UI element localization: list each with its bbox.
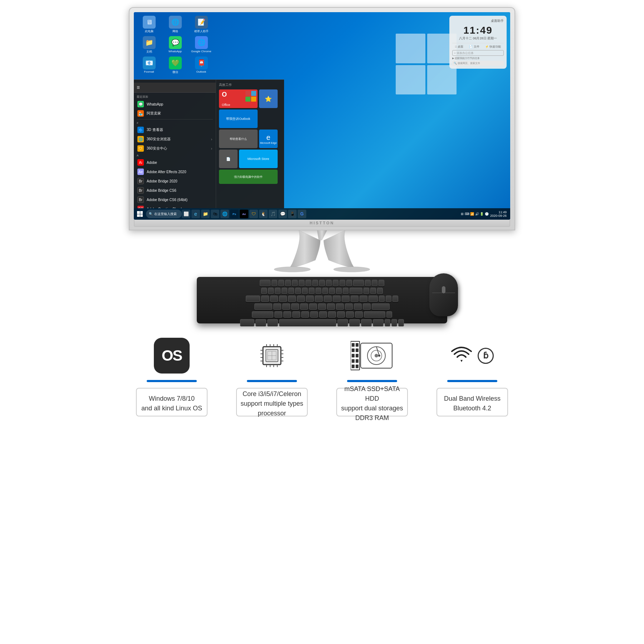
- wireless-feature-text: Dual Band Wireless Bluetooth 4.2: [444, 394, 501, 413]
- start-item-ae[interactable]: Ae Adobe After Effects 2020: [134, 167, 216, 176]
- kb-mouse-container: [143, 277, 501, 323]
- tile-store[interactable]: Microsoft Store: [239, 150, 278, 168]
- recent-title: 最近添加: [134, 94, 216, 99]
- taskbar-360[interactable]: 🛡: [249, 210, 258, 218]
- main-container: 桌面助手 11:49 八月十二 06月28日 星期一 □ 桌面 📄 文件 ⚡ 快…: [0, 0, 644, 644]
- taskbar-qq[interactable]: 🐧: [259, 210, 268, 218]
- os-feature-bar: [147, 380, 197, 382]
- taskbar-wechat-bar[interactable]: 💬: [278, 210, 287, 218]
- tile-misc[interactable]: 📄: [219, 150, 238, 168]
- cpu-feature-box: Core i3/i5/i7/Celeron support multiple t…: [236, 388, 308, 416]
- widget-panel: 桌面助手 11:49 八月十二 06月28日 星期一 □ 桌面 📄 文件 ⚡ 快…: [449, 16, 507, 69]
- taskbar-start-button[interactable]: [135, 209, 145, 219]
- storage-feature-text: mSATA SSD+SATA HDD support dual storages…: [340, 384, 404, 423]
- monitor-frame: 桌面助手 11:49 八月十二 06月28日 星期一 □ 桌面 📄 文件 ⚡ 快…: [129, 7, 515, 230]
- widget-title: 桌面助手: [452, 19, 504, 23]
- start-item-bridge2020[interactable]: Br Adobe Bridge 2020: [134, 176, 216, 186]
- start-item-360safe[interactable]: 🛡 360安全中心 ›: [134, 144, 216, 153]
- storage-feature-bar: [347, 380, 397, 382]
- taskbar-cortana[interactable]: ⬜: [182, 210, 190, 218]
- taskbar-search[interactable]: 🔍在这里输入搜索: [146, 210, 182, 218]
- taskbar-explorer[interactable]: 📁: [201, 210, 210, 218]
- svg-rect-28: [352, 343, 355, 347]
- monitor-bezel: 桌面助手 11:49 八月十二 06月28日 星期一 □ 桌面 📄 文件 ⚡ 快…: [129, 7, 515, 230]
- start-item-whatsapp[interactable]: 💬 WhatsApp: [134, 99, 216, 109]
- desktop-icon-chrome[interactable]: 🌐 Google Chrome: [190, 36, 213, 54]
- feature-wireless: ɓ Dual Band Wireless Bluetooth 4.2: [429, 334, 515, 416]
- windows-logo: [396, 34, 457, 94]
- tile-uninstaller[interactable]: 强力卸载电脑中的软件: [219, 170, 278, 184]
- tile-edge-help[interactable]: 帮助查看什么: [219, 130, 258, 148]
- wireless-feature-box: Dual Band Wireless Bluetooth 4.2: [436, 388, 508, 416]
- svg-point-1: [274, 267, 311, 272]
- tile-favorites[interactable]: ⭐: [259, 89, 278, 108]
- svg-point-41: [375, 354, 378, 357]
- start-item-360browser[interactable]: 🌐 360安全浏览器 ›: [134, 135, 216, 144]
- start-menu-right: 高效工作 O Office: [216, 80, 284, 208]
- monitor-section: 桌面助手 11:49 八月十二 06月28日 星期一 □ 桌面 📄 文件 ⚡ 快…: [125, 7, 519, 273]
- storage-icon-container: [343, 334, 401, 377]
- start-menu: ☰ 最近添加 💬 WhatsApp 🏪: [134, 79, 284, 208]
- wireless-icon: ɓ: [451, 345, 494, 366]
- tile-office-label: Office: [222, 103, 230, 107]
- widget-date: 八月十二 06月28日 星期一: [452, 36, 504, 41]
- desktop-icons: 🖥 此电脑 🌐 网络 📝 稻草人助手: [137, 16, 213, 74]
- taskbar-photoshop[interactable]: Ps: [230, 210, 239, 218]
- taskbar-whatsapp-bar[interactable]: 📱: [288, 210, 297, 218]
- tile-outlook[interactable]: 帮我告诉Outlook: [219, 109, 258, 128]
- tile-edge[interactable]: e Microsoft Edge: [259, 130, 278, 148]
- storage-icon-svg: [351, 340, 394, 372]
- tiles-title: 高效工作: [219, 83, 281, 87]
- taskbar-systray: ⊞ ⌨ 📶 🔊 🔋 🕐: [461, 212, 489, 216]
- widget-desktop-btn[interactable]: □ 桌面: [455, 45, 463, 49]
- monitor-screen: 桌面助手 11:49 八月十二 06月28日 星期一 □ 桌面 📄 文件 ⚡ 快…: [134, 12, 510, 220]
- taskbar-chrome[interactable]: 🌐: [220, 210, 229, 218]
- start-item-bridgecs6-64[interactable]: Br Adobe Bridge CS6 (64bit): [134, 195, 216, 204]
- os-icon: OS: [154, 338, 190, 374]
- cpu-feature-text: Core i3/i5/i7/Celeron support multiple t…: [240, 389, 304, 418]
- storage-feature-box: mSATA SSD+SATA HDD support dual storages…: [336, 388, 408, 416]
- desktop-icon-pc[interactable]: 🖥 此电脑: [137, 16, 161, 33]
- stand-svg: [268, 230, 376, 273]
- wireless-feature-bar: [447, 380, 497, 382]
- taskbar-google[interactable]: G: [298, 210, 306, 218]
- start-item-bridgecs6[interactable]: Br Adobe Bridge CS6: [134, 186, 216, 195]
- keyboard: [197, 277, 447, 323]
- svg-marker-0: [317, 230, 327, 240]
- widget-file-btn[interactable]: 📄 文件: [469, 45, 479, 49]
- start-item-alibaba[interactable]: 🏪 阿里卖家: [134, 109, 216, 118]
- desktop-icon-docs[interactable]: 📁 文档: [137, 36, 161, 54]
- desktop-icon-outlook[interactable]: 📮 Outlook: [190, 57, 213, 74]
- desktop-icon-network[interactable]: 🌐 网络: [164, 16, 187, 33]
- desktop-icon-whatsapp[interactable]: 💬 WhatsApp: [164, 36, 187, 54]
- widget-search-btn[interactable]: ⚡ 快速功能: [485, 45, 501, 49]
- all-apps-section: #: [134, 121, 216, 125]
- svg-rect-36: [356, 359, 358, 363]
- wireless-icon-container: ɓ: [444, 334, 501, 377]
- feature-os: OS Windows 7/8/10 and all kind Linux OS: [129, 334, 215, 416]
- taskbar-store[interactable]: 🛍: [211, 210, 219, 218]
- start-item-adobe[interactable]: Ai Adobe: [134, 158, 216, 167]
- desktop-icon-assistant[interactable]: 📝 稻草人助手: [190, 16, 213, 33]
- os-feature-text: Windows 7/8/10 and all kind Linux OS: [141, 394, 202, 413]
- monitor-stand: [125, 230, 519, 273]
- tiles-grid: O Office: [219, 89, 281, 184]
- widget-time: 11:49: [452, 25, 504, 36]
- hamburger-icon[interactable]: ☰: [137, 86, 140, 89]
- add-task-label: + 添加办公任务: [454, 51, 474, 55]
- taskbar-music[interactable]: 🎵: [269, 210, 277, 218]
- taskbar-items: ⬜ e 📁 🛍 🌐 Ps Ae 🛡 🐧 🎵 💬: [182, 210, 461, 218]
- start-item-3dviewer[interactable]: 🔷 3D 查看器: [134, 125, 216, 135]
- taskbar-ae[interactable]: Ae: [240, 210, 248, 218]
- taskbar-edge[interactable]: e: [191, 210, 200, 218]
- start-item-cc[interactable]: CC Adobe Creative Cloud: [134, 204, 216, 208]
- cpu-icon-container: [243, 334, 301, 377]
- taskbar-time: 11:49 2020-09-26: [490, 210, 507, 218]
- desktop: 桌面助手 11:49 八月十二 06月28日 星期一 □ 桌面 📄 文件 ⚡ 快…: [134, 12, 510, 220]
- svg-rect-35: [356, 354, 358, 357]
- desktop-icon-foxmail[interactable]: 📧 Foxmail: [137, 57, 161, 74]
- start-menu-left: ☰ 最近添加 💬 WhatsApp 🏪: [134, 80, 216, 208]
- desktop-icon-wechat[interactable]: 💚 微信: [164, 57, 187, 74]
- tile-office[interactable]: O Office: [219, 89, 258, 108]
- feature-cpu: Core i3/i5/i7/Celeron support multiple t…: [229, 334, 315, 416]
